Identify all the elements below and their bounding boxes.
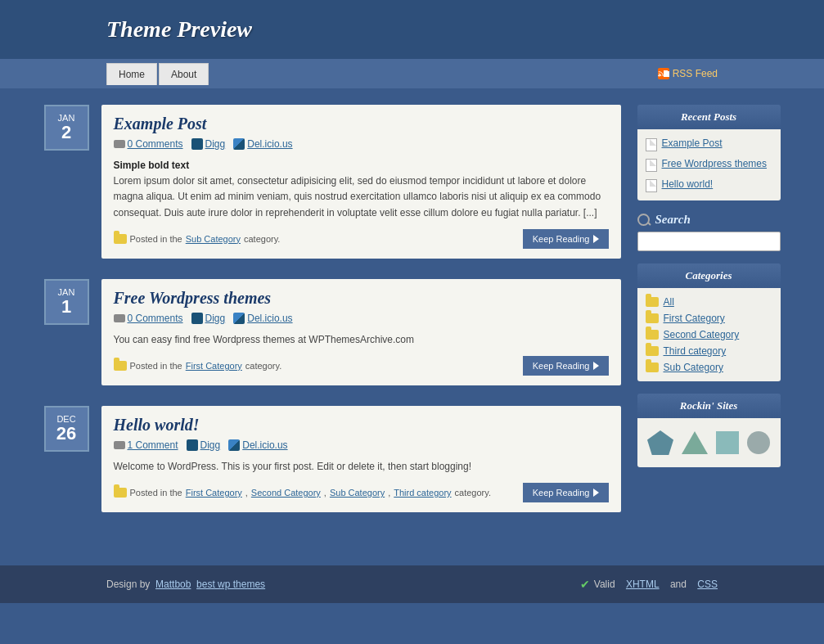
comments-link-3[interactable]: 1 Comment xyxy=(128,439,178,451)
post-meta-3: 1 Comment Digg Del.icio.us xyxy=(114,439,609,451)
category-item-second: Second Category xyxy=(646,329,772,340)
delicious-item-3: Del.icio.us xyxy=(228,439,287,451)
category-link-all[interactable]: All xyxy=(664,296,674,308)
post-title-2: Free Wordpress themes xyxy=(114,289,609,308)
post-body-3: Hello world! 1 Comment Digg Del.icio.us xyxy=(101,406,621,512)
post-date-3: Dec 26 xyxy=(44,406,89,452)
rockin-sites-title: Rockin' Sites xyxy=(637,394,781,418)
keep-reading-btn-1[interactable]: Keep Reading xyxy=(523,229,609,249)
keep-reading-btn-3[interactable]: Keep Reading xyxy=(523,483,609,502)
mattbob-link[interactable]: Mattbob xyxy=(155,579,191,590)
recent-post-link-1[interactable]: Example Post xyxy=(662,137,723,149)
digg-link-1[interactable]: Digg xyxy=(205,138,226,150)
post-title-3: Hello world! xyxy=(114,416,609,435)
rss-link[interactable]: RSS Feed xyxy=(658,68,718,79)
navigation: Home About RSS Feed xyxy=(0,59,824,88)
post-text-3: Welcome to WordPress. This is your first… xyxy=(114,459,609,475)
recent-posts-widget: Recent Posts Example Post Free Wordpress… xyxy=(637,105,781,200)
search-input[interactable] xyxy=(637,232,781,251)
delicious-link-3[interactable]: Del.icio.us xyxy=(242,439,287,451)
recent-post-link-2[interactable]: Free Wordpress themes xyxy=(662,158,768,169)
comments-link-1[interactable]: 0 Comments xyxy=(128,138,183,150)
category-link-first[interactable]: First Category xyxy=(664,313,725,324)
design-text: Design by xyxy=(106,579,150,590)
recent-posts-body: Example Post Free Wordpress themes Hello… xyxy=(637,129,781,200)
post-day-3: 26 xyxy=(54,424,79,444)
post-title-link-2[interactable]: Free Wordpress themes xyxy=(114,289,272,307)
search-section: Search xyxy=(637,213,781,251)
post-title-link-3[interactable]: Hello world! xyxy=(114,416,200,434)
post-body-1: Example Post 0 Comments Digg Del.icio.us xyxy=(101,105,621,259)
keep-reading-btn-2[interactable]: Keep Reading xyxy=(523,356,609,376)
xhtml-link[interactable]: XHTML xyxy=(626,579,660,590)
category-link-3c[interactable]: Sub Category xyxy=(330,488,385,498)
post-3: Dec 26 Hello world! 1 Comment Digg xyxy=(44,406,621,512)
site-footer: Design by Mattbob best wp themes ✔ Valid… xyxy=(0,565,824,603)
keep-reading-label-1: Keep Reading xyxy=(533,234,590,244)
shape-circle xyxy=(747,431,770,454)
nav-links: Home About xyxy=(106,63,209,85)
digg-link-3[interactable]: Digg xyxy=(200,439,221,451)
post-footer-2: Posted in the First Category category. K… xyxy=(114,356,609,376)
nav-about[interactable]: About xyxy=(159,63,209,85)
post-date-1: Jan 2 xyxy=(44,105,89,151)
delicious-link-1[interactable]: Del.icio.us xyxy=(247,138,292,150)
page-icon-2 xyxy=(646,159,657,172)
category-link-second[interactable]: Second Category xyxy=(664,329,740,340)
folder-icon-1 xyxy=(114,234,127,244)
cat-folder-icon-first xyxy=(646,313,659,323)
nav-home[interactable]: Home xyxy=(106,63,157,85)
category-suffix-3: category. xyxy=(455,488,491,498)
posted-in-3: Posted in the xyxy=(130,488,182,498)
category-link-2[interactable]: First Category xyxy=(186,361,242,371)
folder-icon-3 xyxy=(114,488,127,498)
cat-folder-icon-second xyxy=(646,330,659,340)
footer-left: Design by Mattbob best wp themes xyxy=(106,579,265,590)
category-link-third[interactable]: Third category xyxy=(664,345,727,357)
and-text: and xyxy=(670,579,687,590)
delicious-icon-2 xyxy=(233,313,245,324)
post-title-link-1[interactable]: Example Post xyxy=(114,115,207,133)
cat-folder-icon-all xyxy=(646,297,659,307)
post-body-2: Free Wordpress themes 0 Comments Digg De… xyxy=(101,279,621,385)
digg-icon-1 xyxy=(191,138,203,150)
rockin-sites-body xyxy=(637,418,781,467)
post-body-text-2: You can easy find free Wordpress themes … xyxy=(114,334,415,345)
delicious-item-2: Del.icio.us xyxy=(233,313,292,324)
post-title-1: Example Post xyxy=(114,115,609,133)
post-day-2: 1 xyxy=(54,297,79,317)
content-area: Jan 2 Example Post 0 Comments Digg xyxy=(44,105,621,533)
arrow-icon-1 xyxy=(593,235,599,243)
category-suffix-2: category. xyxy=(245,361,281,371)
themes-link[interactable]: best wp themes xyxy=(196,579,265,590)
recent-post-item-2: Free Wordpress themes xyxy=(646,158,772,172)
digg-item-2: Digg xyxy=(191,313,226,324)
category-suffix-1: category. xyxy=(244,234,280,244)
category-link-3d[interactable]: Third category xyxy=(394,488,451,498)
footer-right: ✔ Valid XHTML and CSS xyxy=(580,578,718,591)
shape-triangle xyxy=(682,431,708,454)
comments-item-2: 0 Comments xyxy=(114,313,183,324)
comments-link-2[interactable]: 0 Comments xyxy=(128,313,183,324)
post-footer-1: Posted in the Sub Category category. Kee… xyxy=(114,229,609,249)
digg-link-2[interactable]: Digg xyxy=(205,313,226,324)
category-item-first: First Category xyxy=(646,313,772,324)
post-date-2: Jan 1 xyxy=(44,279,89,325)
recent-post-item-3: Hello world! xyxy=(646,178,772,192)
recent-post-link-3[interactable]: Hello world! xyxy=(662,178,714,190)
category-link-3b[interactable]: Second Category xyxy=(251,488,321,498)
post-category-2: Posted in the First Category category. xyxy=(114,361,282,371)
category-link-1[interactable]: Sub Category xyxy=(186,234,241,244)
folder-icon-2 xyxy=(114,361,127,371)
post-category-3: Posted in the First Category, Second Cat… xyxy=(114,488,492,498)
delicious-icon-3 xyxy=(228,439,240,451)
category-link-sub[interactable]: Sub Category xyxy=(664,362,723,373)
category-link-3a[interactable]: First Category xyxy=(186,488,242,498)
post-footer-3: Posted in the First Category, Second Cat… xyxy=(114,483,609,502)
comment-icon-2 xyxy=(114,314,125,322)
delicious-link-2[interactable]: Del.icio.us xyxy=(247,313,292,324)
post-category-1: Posted in the Sub Category category. xyxy=(114,234,281,244)
comment-icon-3 xyxy=(114,441,125,449)
svg-point-0 xyxy=(658,74,660,76)
css-link[interactable]: CSS xyxy=(697,579,718,590)
